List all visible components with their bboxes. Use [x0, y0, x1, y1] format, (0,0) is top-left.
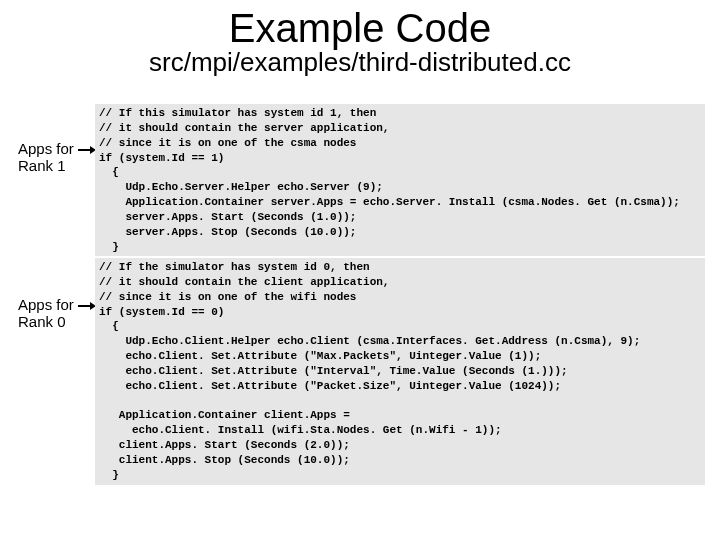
label-apps-rank-0: Apps for Rank 0 — [18, 296, 74, 331]
label-text: Rank 0 — [18, 313, 66, 330]
code-block-rank-0: // If the simulator has system id 0, the… — [95, 258, 705, 485]
label-apps-rank-1: Apps for Rank 1 — [18, 140, 74, 175]
label-text: Apps for — [18, 140, 74, 157]
page-subtitle: src/mpi/examples/third-distributed.cc — [0, 47, 720, 78]
label-text: Apps for — [18, 296, 74, 313]
code-block-rank-1: // If this simulator has system id 1, th… — [95, 104, 705, 256]
slide: Example Code src/mpi/examples/third-dist… — [0, 6, 720, 540]
page-title: Example Code — [0, 6, 720, 51]
label-text: Rank 1 — [18, 157, 66, 174]
